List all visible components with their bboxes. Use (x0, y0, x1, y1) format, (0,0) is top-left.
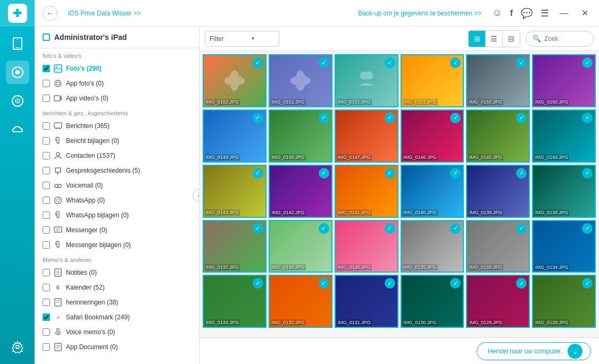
checkbox-notities[interactable] (43, 269, 50, 276)
checkbox-safari[interactable] (43, 314, 50, 321)
sidebar-item-voice-memos[interactable]: Voice memo's (0) (35, 325, 199, 340)
sidebar-item-messenger-bijlagen[interactable]: Messenger bijlagen (0) (35, 238, 199, 252)
checkbox-fotos[interactable] (43, 65, 50, 72)
whatsapp-bijlagen-icon (53, 210, 63, 220)
photo-cell[interactable]: ✓IMG_0135.JPG (466, 220, 530, 273)
photo-cell[interactable]: ✓IMG_0128.JPG (532, 275, 596, 328)
photo-cell[interactable]: ✓IMG_0143.JPG (203, 165, 267, 218)
photo-cell[interactable]: ✓IMG_0136.JPG (335, 220, 398, 273)
filter-dropdown[interactable]: Filter ▼ (205, 31, 279, 47)
photo-cell[interactable]: ✓IMG_0146.JPG (401, 109, 464, 163)
checkbox-app-fotos[interactable] (43, 80, 50, 87)
checkbox-messenger[interactable] (43, 226, 50, 234)
photo-cell[interactable]: ✓IMG_0132.JPG (269, 275, 332, 328)
photo-cell[interactable]: ✓IMG_0150.JPG (532, 54, 596, 107)
photo-grid-scroll[interactable]: ✓IMG_0152.JPG✓IMG_0152.JPG✓IMG_0151.JPG✓… (199, 51, 599, 337)
photo-cell[interactable]: ✓IMG_0150.JPG (466, 54, 530, 107)
photo-cell[interactable]: ✓IMG_0142.JPG (269, 165, 332, 218)
whatsapp-label: WhatsApp (0) (66, 197, 191, 204)
checkbox-app-videos[interactable] (43, 95, 50, 102)
search-input[interactable] (544, 35, 587, 43)
sidebar-item-berichten[interactable]: Berichten (365) (35, 118, 199, 133)
sidebar-item-herinneringen[interactable]: herinneringen (38) (35, 295, 199, 310)
back-button[interactable]: ← (43, 6, 57, 21)
minimize-button[interactable]: — (557, 9, 571, 18)
list-view-button[interactable]: ☰ (486, 31, 503, 47)
svg-point-15 (56, 153, 60, 156)
photo-cell[interactable]: ✓IMG_0133.JPG (203, 275, 267, 328)
svg-point-39 (295, 71, 305, 91)
sidebar-item-notities[interactable]: Notities (0) (35, 265, 199, 280)
nav-cloud[interactable] (6, 118, 29, 141)
checkbox-gespreksgeschiedenis[interactable] (43, 167, 50, 174)
photo-cell[interactable]: ✓IMG_0138.JPG (532, 165, 596, 218)
whatsapp-bijlagen-label: WhatsApp bijlagen (0) (66, 211, 191, 219)
photo-cell[interactable]: ✓IMG_0137.JPG (203, 220, 267, 273)
photo-cell[interactable]: ✓IMG_0151.JPG (335, 54, 398, 107)
photo-cell[interactable]: ✓IMG_0149.JPG (203, 109, 267, 163)
nav-device[interactable] (6, 32, 29, 55)
herinneringen-label: herinneringen (38) (66, 299, 191, 306)
checkbox-bericht-bijlagen[interactable] (43, 137, 50, 145)
sidebar-item-whatsapp[interactable]: WhatsApp (0) (35, 193, 199, 208)
checkbox-herinneringen[interactable] (43, 299, 50, 306)
checkbox-voicemail[interactable] (43, 182, 50, 189)
sidebar-item-app-videos[interactable]: App video's (0) (35, 91, 199, 106)
messenger-bijlagen-icon (53, 240, 63, 250)
app-fotos-label: App foto's (0) (66, 80, 191, 87)
checkbox-whatsapp[interactable] (43, 197, 50, 204)
checkbox-app-document[interactable] (43, 343, 50, 351)
photo-cell[interactable]: ✓IMG_0145.JPG (466, 109, 530, 163)
sidebar-item-safari[interactable]: ✓ Safari Bookmark (249) (35, 310, 199, 325)
sidebar-item-fotos[interactable]: Foto's (290) (35, 61, 199, 76)
checkbox-voice-memos[interactable] (43, 328, 50, 336)
photo-cell[interactable]: ✓IMG_0134.JPG (532, 220, 596, 273)
photo-cell[interactable]: ✓IMG_0139.JPG (466, 165, 530, 218)
close-button[interactable]: ✕ (579, 8, 591, 18)
photo-cell[interactable]: ✓IMG_0147.JPG (335, 109, 398, 163)
photo-cell[interactable]: ✓IMG_0129.JPG (466, 275, 530, 328)
sidebar-item-kalender[interactable]: 6 Kalender (52) (35, 280, 199, 295)
voicemail-label: Voicemail (0) (66, 182, 191, 189)
sidebar-item-voicemail[interactable]: Voicemail (0) (35, 178, 199, 193)
facebook-icon[interactable]: f (510, 9, 513, 18)
photo-cell[interactable]: ✓IMG_0136.JPG (269, 220, 332, 273)
checkbox-whatsapp-bijlagen[interactable] (43, 211, 50, 219)
sidebar-item-bericht-bijlagen[interactable]: Bericht bijlagen (0) (35, 133, 199, 148)
photo-cell[interactable]: ✓IMG_0148.JPG (269, 109, 332, 163)
photo-cell[interactable]: ✓IMG_0144.JPG (532, 109, 596, 163)
photo-cell[interactable]: ✓IMG_0152.JPG (269, 54, 332, 107)
fotos-label: Foto's (290) (66, 65, 191, 72)
photo-cell[interactable]: ✓IMG_0131.JPG (335, 275, 398, 328)
user-icon[interactable]: ☺ (492, 7, 502, 19)
menu-icon[interactable]: ☰ (540, 7, 549, 19)
checkbox-messenger-bijlagen[interactable] (43, 241, 50, 249)
nav-music[interactable] (6, 89, 29, 113)
photo-cell[interactable]: ✓IMG_0135.JPG (401, 220, 464, 273)
nav-settings[interactable] (6, 335, 29, 359)
top-link-left[interactable]: iOS Prive Data Wisser >> (68, 10, 141, 17)
sidebar-item-whatsapp-bijlagen[interactable]: WhatsApp bijlagen (0) (35, 208, 199, 223)
detail-view-button[interactable]: ⊟ (503, 31, 520, 47)
photo-cell[interactable]: ✓IMG_0152.JPG (203, 54, 267, 107)
sidebar-item-contacten[interactable]: Contacten (1537) (35, 148, 199, 163)
bericht-bijlagen-icon (53, 136, 63, 146)
checkbox-kalender[interactable] (43, 284, 50, 291)
sidebar-item-gespreksgeschiedenis[interactable]: Gespreksgeschiedenis (5) (35, 163, 199, 178)
photo-cell[interactable]: ✓IMG_0130.JPG (401, 275, 464, 328)
top-link-right[interactable]: Back-up om je gegevens te beschermen >> (358, 10, 481, 17)
checkbox-contacten[interactable] (43, 152, 50, 159)
sidebar-item-messenger[interactable]: Messenger (0) (35, 223, 199, 238)
nav-photos[interactable] (6, 61, 29, 84)
sidebar-item-app-document[interactable]: App Document (0) (35, 340, 199, 354)
restore-button[interactable]: Herstel naar uw computer. ⌄ (477, 342, 591, 360)
view-toggle: ⊞ ☰ ⊟ (468, 30, 520, 47)
chat-icon[interactable]: 💬 (521, 7, 533, 19)
photo-cell[interactable]: ✓IMG_0141.JPG (335, 165, 398, 218)
sidebar-item-app-fotos[interactable]: App foto's (0) (35, 76, 199, 91)
photo-cell[interactable]: ✓IMG_0151.JPG (401, 54, 464, 107)
checkbox-berichten[interactable] (43, 122, 50, 130)
photo-cell[interactable]: ✓IMG_0140.JPG (401, 165, 464, 218)
section-label-berichten: berichten & ges...ksgeschiedenis (35, 106, 199, 118)
grid-view-button[interactable]: ⊞ (469, 31, 486, 47)
